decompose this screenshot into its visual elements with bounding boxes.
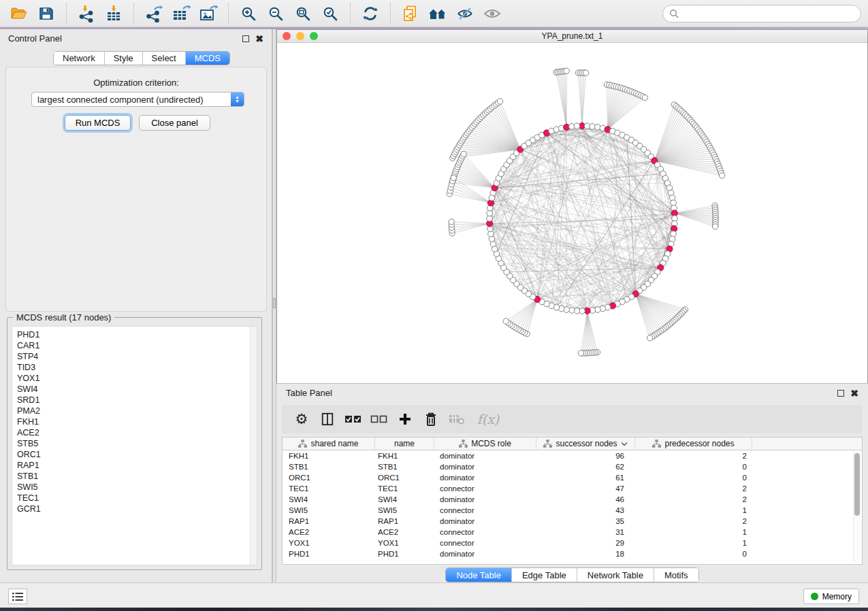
zoom-in-button[interactable] bbox=[236, 3, 261, 24]
mcds-result-item[interactable]: RAP1 bbox=[17, 460, 257, 471]
table-cell[interactable]: 62 bbox=[536, 463, 635, 471]
table-cell[interactable]: ORC1 bbox=[375, 474, 434, 482]
table-cell[interactable]: dominator bbox=[434, 495, 536, 503]
network-node[interactable] bbox=[449, 219, 454, 225]
tab-style[interactable]: Style bbox=[105, 52, 143, 65]
table-row[interactable]: ACE2ACE2connector311 bbox=[283, 527, 862, 538]
table-row[interactable]: TEC1TEC1connector472 bbox=[283, 483, 862, 494]
neighbors-button[interactable] bbox=[425, 3, 450, 24]
network-node[interactable] bbox=[451, 175, 456, 180]
delete-column-button[interactable] bbox=[418, 407, 444, 431]
table-cell[interactable]: connector bbox=[434, 539, 536, 547]
mcds-result-item[interactable]: GCR1 bbox=[17, 503, 257, 514]
select-all-columns-button[interactable] bbox=[340, 407, 366, 431]
zoom-fit-button[interactable] bbox=[291, 3, 315, 24]
table-scrollbar-thumb[interactable] bbox=[854, 453, 860, 516]
zoom-selected-button[interactable] bbox=[318, 3, 342, 24]
table-cell[interactable]: dominator bbox=[434, 517, 536, 525]
add-column-button[interactable] bbox=[392, 407, 418, 431]
table-cell[interactable]: ACE2 bbox=[375, 528, 434, 536]
table-cell[interactable]: TEC1 bbox=[283, 484, 375, 493]
table-cell[interactable]: YOX1 bbox=[375, 539, 434, 547]
mcds-result-item[interactable]: ORC1 bbox=[17, 449, 257, 460]
open-button[interactable] bbox=[7, 3, 31, 24]
table-cell[interactable]: connector bbox=[434, 528, 536, 536]
table-cell[interactable]: connector bbox=[434, 484, 536, 493]
function-builder-button[interactable]: f(x) bbox=[470, 407, 507, 431]
network-node[interactable] bbox=[503, 318, 509, 324]
hide-button[interactable] bbox=[453, 3, 477, 24]
table-cell[interactable]: 61 bbox=[536, 474, 635, 482]
run-mcds-button[interactable]: Run MCDS bbox=[65, 115, 131, 131]
table-row[interactable]: STB1STB1dominator620 bbox=[283, 461, 862, 472]
table-cell[interactable]: FKH1 bbox=[283, 452, 375, 460]
mcds-result-item[interactable]: PMA2 bbox=[17, 406, 257, 416]
table-cell[interactable]: 18 bbox=[536, 550, 635, 558]
save-button[interactable] bbox=[34, 3, 59, 24]
mcds-result-item[interactable]: TID3 bbox=[17, 362, 257, 373]
tab-network[interactable]: Network bbox=[54, 52, 105, 65]
table-scrollbar[interactable] bbox=[853, 452, 861, 562]
table-row[interactable]: PHD1PHD1dominator180 bbox=[283, 548, 862, 559]
show-button[interactable] bbox=[480, 3, 504, 24]
table-row[interactable]: SWI5SWI5connector431 bbox=[283, 505, 862, 516]
table-cell[interactable]: 0 bbox=[635, 463, 752, 471]
export-network-button[interactable] bbox=[142, 3, 166, 24]
table-row[interactable]: FKH1FKH1dominator962 bbox=[283, 450, 862, 461]
mcds-result-item[interactable]: STP4 bbox=[17, 351, 257, 362]
table-cell[interactable]: YOX1 bbox=[283, 539, 375, 547]
table-row[interactable]: YOX1YOX1connector291 bbox=[283, 538, 862, 548]
mcds-result-item[interactable]: ACE2 bbox=[17, 427, 257, 438]
search-input[interactable] bbox=[683, 8, 854, 18]
close-panel-button-x[interactable]: ✖ bbox=[255, 35, 263, 42]
column-header-successor-nodes[interactable]: successor nodes bbox=[536, 437, 635, 450]
mcds-result-item[interactable]: SWI4 bbox=[17, 384, 257, 395]
mcds-result-item[interactable]: STB1 bbox=[17, 471, 257, 482]
mcds-result-item[interactable]: PHD1 bbox=[17, 329, 257, 340]
table-cell[interactable]: SWI4 bbox=[283, 495, 375, 503]
table-cell[interactable]: 2 bbox=[635, 452, 752, 460]
table-cell[interactable]: ACE2 bbox=[283, 528, 375, 536]
table-cell[interactable]: 2 bbox=[635, 495, 752, 503]
mcds-result-item[interactable]: FKH1 bbox=[17, 416, 257, 427]
network-node[interactable] bbox=[712, 224, 718, 229]
memory-button[interactable]: Memory bbox=[803, 589, 859, 604]
table-cell[interactable]: 47 bbox=[536, 484, 635, 493]
float-panel-button[interactable] bbox=[242, 35, 249, 42]
table-cell[interactable]: dominator bbox=[434, 463, 536, 471]
tab-edge-table[interactable]: Edge Table bbox=[512, 568, 577, 582]
column-header-shared-name[interactable]: shared name bbox=[283, 437, 375, 450]
criterion-select[interactable]: largest connected component (undirected)… bbox=[31, 92, 244, 107]
table-cell[interactable]: TEC1 bbox=[375, 484, 434, 493]
mcds-result-item[interactable]: TEC1 bbox=[17, 493, 257, 503]
table-cell[interactable]: 46 bbox=[536, 495, 635, 503]
table-row[interactable]: ORC1ORC1dominator610 bbox=[283, 472, 862, 483]
table-cell[interactable]: 31 bbox=[536, 528, 635, 536]
clone-network-button[interactable] bbox=[398, 3, 423, 24]
table-cell[interactable]: ORC1 bbox=[283, 474, 375, 482]
refresh-button[interactable] bbox=[358, 3, 383, 24]
tab-mcds[interactable]: MCDS bbox=[186, 52, 229, 65]
tab-motifs[interactable]: Motifs bbox=[654, 568, 698, 582]
mcds-result-item[interactable]: CAR1 bbox=[17, 340, 257, 351]
network-node[interactable] bbox=[564, 68, 569, 73]
table-cell[interactable]: 1 bbox=[635, 506, 752, 514]
table-cell[interactable]: 29 bbox=[536, 539, 635, 547]
close-panel-button[interactable]: Close panel bbox=[139, 115, 210, 131]
table-cell[interactable]: dominator bbox=[434, 550, 536, 558]
export-image-button[interactable] bbox=[196, 3, 221, 24]
network-node[interactable] bbox=[647, 335, 652, 341]
tab-node-table[interactable]: Node Table bbox=[446, 568, 512, 582]
column-header-predecessor-nodes[interactable]: predecessor nodes bbox=[635, 437, 752, 450]
table-cell[interactable]: SWI5 bbox=[375, 506, 434, 514]
column-chooser-button[interactable] bbox=[315, 407, 340, 431]
import-network-button[interactable] bbox=[74, 3, 99, 24]
mcds-result-item[interactable]: STB5 bbox=[17, 438, 257, 449]
log-console-button[interactable] bbox=[8, 589, 27, 604]
table-cell[interactable]: dominator bbox=[434, 474, 536, 482]
close-table-panel-button[interactable]: ✖ bbox=[850, 390, 858, 397]
import-table-button[interactable] bbox=[101, 3, 126, 24]
table-cell[interactable]: 0 bbox=[635, 550, 752, 558]
table-cell[interactable]: dominator bbox=[434, 452, 536, 460]
mcds-result-item[interactable]: SWI5 bbox=[17, 482, 257, 493]
